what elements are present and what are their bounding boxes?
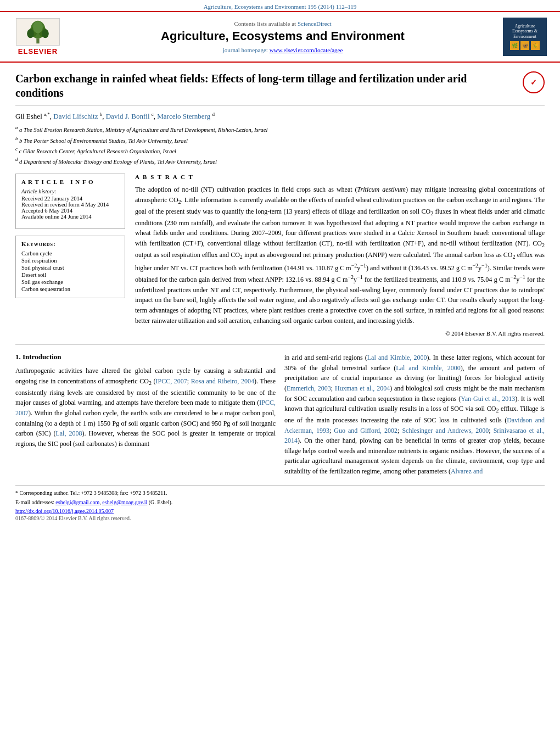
received-date: Received 22 January 2014 [21,196,119,202]
abstract-section: A B S T R A C T The adoption of no-till … [135,174,545,337]
article-title: Carbon exchange in rainfed wheat fields:… [15,71,523,100]
journal-top-bar: Agriculture, Ecosystems and Environment … [0,0,560,12]
journal-homepage: journal homepage: www.elsevier.com/locat… [63,47,503,53]
emmerich-link[interactable]: Emmerich, 2003 [287,384,331,392]
author-1: Gil Eshel a,*, [15,112,52,120]
alvarez-link[interactable]: Alvarez and [451,467,483,475]
journal-center: Contents lists available at ScienceDirec… [63,20,503,53]
svg-point-4 [33,21,43,33]
lal-2008-link[interactable]: Lal, 2008 [55,429,82,437]
svg-point-6 [42,29,49,38]
copyright-line: © 2014 Elsevier B.V. All rights reserved… [135,330,545,337]
history-label: Article history: [21,188,119,194]
sciencedirect-link[interactable]: ScienceDirect [298,20,332,27]
body-left: 1. Introduction Anthropogenic activities… [15,353,276,476]
crossmark-check: ✓ [530,78,537,87]
svg-point-5 [27,29,34,38]
section-heading: 1. Introduction [15,353,276,361]
revised-date: Received in revised form 4 May 2014 [21,202,119,208]
article-content: Carbon exchange in rainfed wheat fields:… [0,63,560,532]
keyword-6: Carbon sequestration [21,286,119,292]
keyword-1: Carbon cycle [21,250,119,256]
corresponding-footnote: * Corresponding author. Tel.: +972 3 948… [15,489,545,497]
journal-citation: Agriculture, Ecosystems and Environment … [204,3,357,10]
crossmark-badge: ✓ [523,71,545,93]
article-history-group: Article history: Received 22 January 201… [21,188,119,220]
rosa-ribeiro-link[interactable]: Rosa and Ribeiro, 2004 [191,377,254,385]
body-two-col: 1. Introduction Anthropogenic activities… [15,353,545,476]
schlesinger-andrews-link[interactable]: Schlesinger and Andrews, 2000 [402,427,489,434]
author-4-link[interactable]: Marcelo Sternberg [157,112,210,120]
author-2-link[interactable]: David Lifschitz [53,112,98,120]
affiliation-d: d d Department of Molecular Biology and … [15,156,545,166]
logo-icon-1: 🌿 [510,41,519,50]
author-3-link[interactable]: David J. Bonfil [106,112,150,120]
article-title-section: Carbon exchange in rainfed wheat fields:… [15,71,545,106]
doi-line: http://dx.doi.org/10.1016/j.agee.2014.05… [15,508,545,514]
journal-title: Agriculture, Ecosystems and Environment [63,29,503,43]
article-info-abstract-row: A R T I C L E I N F O Article history: R… [15,174,545,337]
lal-kimble-2000-link2[interactable]: Lal and Kimble, 2000 [396,364,460,372]
email1-link[interactable]: eshelgi@gmail.com [55,499,99,505]
yan-gui-link[interactable]: Yan-Gui et al., 2013 [461,395,515,403]
svg-rect-0 [36,38,39,43]
ipcc-2007-link[interactable]: IPCC, 2007 [156,377,187,385]
lal-kimble-2000-link[interactable]: Lal and Kimble, 2000 [367,354,427,361]
email-footnote: E-mail addresses: eshelgi@gmail.com, esh… [15,499,545,506]
article-info-box: A R T I C L E I N F O Article history: R… [15,174,125,229]
affiliations: a a The Soil Erosion Research Station, M… [15,124,545,166]
keyword-4: Desert soil [21,272,119,278]
keyword-5: Soil gas exchange [21,279,119,285]
body-right: in arid and semi-arid regions (Lal and K… [284,353,545,476]
keyword-2: Soil respiration [21,258,119,264]
keywords-title: Keywords: [21,241,119,247]
affiliation-b: b b The Porter School of Environmental S… [15,135,545,145]
email2-link[interactable]: eshelg@moag.gov.il [102,499,147,505]
affiliation-a: a a The Soil Erosion Research Station, M… [15,124,545,134]
abstract-text: The adoption of no-till (NT) cultivation… [135,185,545,326]
available-date: Available online 24 June 2014 [21,214,119,220]
ipcc-2007-link2[interactable]: IPCC, 2007 [15,399,276,417]
elsevier-tree-svg [21,20,54,44]
article-info-title: A R T I C L E I N F O [21,178,119,185]
elsevier-wordmark: ELSEVIER [18,47,58,55]
intro-right-text: in arid and semi-arid regions (Lal and K… [284,353,545,476]
intro-left-text: Anthropogenic activities have altered th… [15,366,276,449]
footnote-section: * Corresponding author. Tel.: +972 3 948… [15,486,545,521]
journal-logo-right: AgricultureEcosystems &Environment 🌿 🦋 🌾 [503,18,547,56]
logo-title: AgricultureEcosystems &Environment [512,24,537,40]
abstract-title: A B S T R A C T [135,174,545,180]
keywords-box: Keywords: Carbon cycle Soil respiration … [15,236,125,298]
affiliation-c: c c Gilat Research Center, Agricultural … [15,146,545,155]
doi-link[interactable]: http://dx.doi.org/10.1016/j.agee.2014.05… [15,508,114,514]
logo-icon-2: 🦋 [520,41,529,50]
logo-icon-3: 🌾 [531,41,540,50]
logo-icons: 🌿 🦋 🌾 [510,41,540,50]
authors-line: Gil Eshel a,*, David Lifschitz b, David … [15,111,545,121]
issn-line: 0167-8809/© 2014 Elsevier B.V. All right… [15,515,545,521]
elsevier-tree-image [16,18,60,46]
accepted-date: Accepted 6 May 2014 [21,208,119,214]
journal-header: ELSEVIER Contents lists available at Sci… [0,12,560,63]
keyword-3: Soil physical crust [21,265,119,271]
contents-line: Contents lists available at ScienceDirec… [63,20,503,27]
guo-gifford-link[interactable]: Guo and Gifford, 2002 [334,427,397,434]
huxman-link[interactable]: Huxman et al., 2004 [335,384,390,392]
left-col: A R T I C L E I N F O Article history: R… [15,174,125,337]
right-col: A B S T R A C T The adoption of no-till … [135,174,545,337]
elsevier-logo: ELSEVIER [13,18,63,55]
homepage-link[interactable]: www.elsevier.com/locate/agee [270,47,343,53]
section-divider [15,344,545,345]
